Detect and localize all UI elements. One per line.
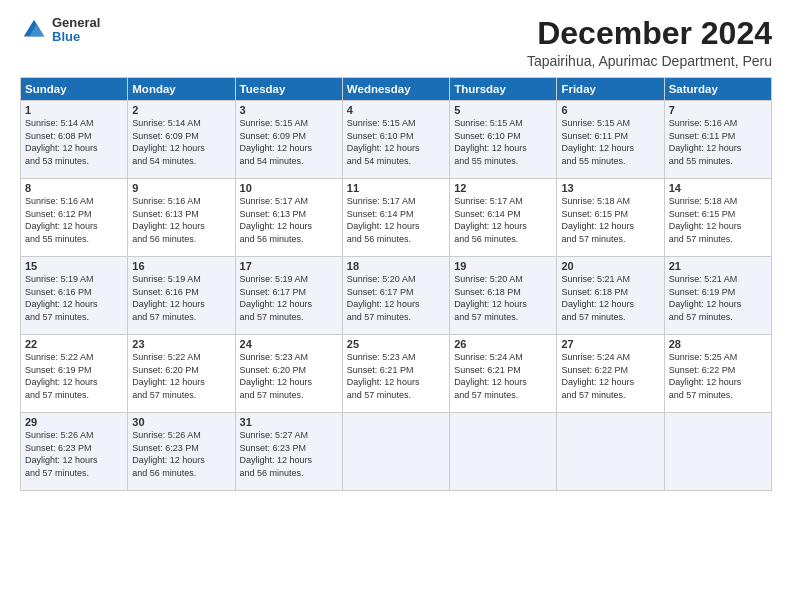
col-friday: Friday	[557, 78, 664, 101]
day-info: Sunrise: 5:14 AM Sunset: 6:08 PM Dayligh…	[25, 117, 123, 167]
day-info: Sunrise: 5:25 AM Sunset: 6:22 PM Dayligh…	[669, 351, 767, 401]
calendar-week-row: 8Sunrise: 5:16 AM Sunset: 6:12 PM Daylig…	[21, 179, 772, 257]
day-info: Sunrise: 5:23 AM Sunset: 6:21 PM Dayligh…	[347, 351, 445, 401]
day-info: Sunrise: 5:26 AM Sunset: 6:23 PM Dayligh…	[25, 429, 123, 479]
day-info: Sunrise: 5:16 AM Sunset: 6:11 PM Dayligh…	[669, 117, 767, 167]
day-info: Sunrise: 5:17 AM Sunset: 6:14 PM Dayligh…	[454, 195, 552, 245]
day-info: Sunrise: 5:15 AM Sunset: 6:10 PM Dayligh…	[347, 117, 445, 167]
calendar-cell: 19Sunrise: 5:20 AM Sunset: 6:18 PM Dayli…	[450, 257, 557, 335]
calendar-cell: 24Sunrise: 5:23 AM Sunset: 6:20 PM Dayli…	[235, 335, 342, 413]
logo: General Blue	[20, 16, 100, 45]
day-info: Sunrise: 5:17 AM Sunset: 6:14 PM Dayligh…	[347, 195, 445, 245]
calendar-table: Sunday Monday Tuesday Wednesday Thursday…	[20, 77, 772, 491]
calendar-cell: 9Sunrise: 5:16 AM Sunset: 6:13 PM Daylig…	[128, 179, 235, 257]
logo-blue-text: Blue	[52, 30, 100, 44]
day-number: 11	[347, 182, 445, 194]
day-number: 18	[347, 260, 445, 272]
page-container: General Blue December 2024 Tapairihua, A…	[0, 0, 792, 501]
calendar-week-row: 22Sunrise: 5:22 AM Sunset: 6:19 PM Dayli…	[21, 335, 772, 413]
day-number: 31	[240, 416, 338, 428]
day-info: Sunrise: 5:23 AM Sunset: 6:20 PM Dayligh…	[240, 351, 338, 401]
calendar-cell: 20Sunrise: 5:21 AM Sunset: 6:18 PM Dayli…	[557, 257, 664, 335]
day-info: Sunrise: 5:18 AM Sunset: 6:15 PM Dayligh…	[561, 195, 659, 245]
calendar-cell: 7Sunrise: 5:16 AM Sunset: 6:11 PM Daylig…	[664, 101, 771, 179]
calendar-cell: 2Sunrise: 5:14 AM Sunset: 6:09 PM Daylig…	[128, 101, 235, 179]
day-number: 25	[347, 338, 445, 350]
day-info: Sunrise: 5:21 AM Sunset: 6:19 PM Dayligh…	[669, 273, 767, 323]
day-number: 27	[561, 338, 659, 350]
calendar-cell: 8Sunrise: 5:16 AM Sunset: 6:12 PM Daylig…	[21, 179, 128, 257]
day-number: 21	[669, 260, 767, 272]
day-number: 15	[25, 260, 123, 272]
col-thursday: Thursday	[450, 78, 557, 101]
day-number: 19	[454, 260, 552, 272]
calendar-cell: 27Sunrise: 5:24 AM Sunset: 6:22 PM Dayli…	[557, 335, 664, 413]
month-title: December 2024	[527, 16, 772, 51]
day-info: Sunrise: 5:20 AM Sunset: 6:18 PM Dayligh…	[454, 273, 552, 323]
day-number: 28	[669, 338, 767, 350]
day-info: Sunrise: 5:20 AM Sunset: 6:17 PM Dayligh…	[347, 273, 445, 323]
col-wednesday: Wednesday	[342, 78, 449, 101]
calendar-cell: 29Sunrise: 5:26 AM Sunset: 6:23 PM Dayli…	[21, 413, 128, 491]
day-number: 26	[454, 338, 552, 350]
calendar-cell: 4Sunrise: 5:15 AM Sunset: 6:10 PM Daylig…	[342, 101, 449, 179]
day-info: Sunrise: 5:18 AM Sunset: 6:15 PM Dayligh…	[669, 195, 767, 245]
calendar-week-row: 29Sunrise: 5:26 AM Sunset: 6:23 PM Dayli…	[21, 413, 772, 491]
day-number: 16	[132, 260, 230, 272]
calendar-cell	[342, 413, 449, 491]
day-info: Sunrise: 5:14 AM Sunset: 6:09 PM Dayligh…	[132, 117, 230, 167]
logo-general-text: General	[52, 16, 100, 30]
calendar-cell: 18Sunrise: 5:20 AM Sunset: 6:17 PM Dayli…	[342, 257, 449, 335]
calendar-cell: 31Sunrise: 5:27 AM Sunset: 6:23 PM Dayli…	[235, 413, 342, 491]
day-info: Sunrise: 5:24 AM Sunset: 6:21 PM Dayligh…	[454, 351, 552, 401]
calendar-cell: 17Sunrise: 5:19 AM Sunset: 6:17 PM Dayli…	[235, 257, 342, 335]
day-info: Sunrise: 5:22 AM Sunset: 6:20 PM Dayligh…	[132, 351, 230, 401]
day-info: Sunrise: 5:17 AM Sunset: 6:13 PM Dayligh…	[240, 195, 338, 245]
col-tuesday: Tuesday	[235, 78, 342, 101]
calendar-week-row: 15Sunrise: 5:19 AM Sunset: 6:16 PM Dayli…	[21, 257, 772, 335]
day-number: 10	[240, 182, 338, 194]
day-number: 1	[25, 104, 123, 116]
calendar-cell: 1Sunrise: 5:14 AM Sunset: 6:08 PM Daylig…	[21, 101, 128, 179]
calendar-cell: 11Sunrise: 5:17 AM Sunset: 6:14 PM Dayli…	[342, 179, 449, 257]
calendar-cell: 21Sunrise: 5:21 AM Sunset: 6:19 PM Dayli…	[664, 257, 771, 335]
day-info: Sunrise: 5:15 AM Sunset: 6:10 PM Dayligh…	[454, 117, 552, 167]
day-info: Sunrise: 5:19 AM Sunset: 6:17 PM Dayligh…	[240, 273, 338, 323]
day-info: Sunrise: 5:16 AM Sunset: 6:13 PM Dayligh…	[132, 195, 230, 245]
calendar-cell: 25Sunrise: 5:23 AM Sunset: 6:21 PM Dayli…	[342, 335, 449, 413]
day-number: 5	[454, 104, 552, 116]
day-number: 20	[561, 260, 659, 272]
logo-text: General Blue	[52, 16, 100, 45]
calendar-cell: 10Sunrise: 5:17 AM Sunset: 6:13 PM Dayli…	[235, 179, 342, 257]
day-number: 3	[240, 104, 338, 116]
day-info: Sunrise: 5:22 AM Sunset: 6:19 PM Dayligh…	[25, 351, 123, 401]
day-info: Sunrise: 5:15 AM Sunset: 6:09 PM Dayligh…	[240, 117, 338, 167]
day-number: 12	[454, 182, 552, 194]
day-number: 4	[347, 104, 445, 116]
day-number: 6	[561, 104, 659, 116]
calendar-cell: 12Sunrise: 5:17 AM Sunset: 6:14 PM Dayli…	[450, 179, 557, 257]
day-info: Sunrise: 5:15 AM Sunset: 6:11 PM Dayligh…	[561, 117, 659, 167]
day-number: 8	[25, 182, 123, 194]
day-number: 22	[25, 338, 123, 350]
calendar-cell: 6Sunrise: 5:15 AM Sunset: 6:11 PM Daylig…	[557, 101, 664, 179]
location-subtitle: Tapairihua, Apurimac Department, Peru	[527, 53, 772, 69]
calendar-cell: 3Sunrise: 5:15 AM Sunset: 6:09 PM Daylig…	[235, 101, 342, 179]
day-number: 13	[561, 182, 659, 194]
calendar-cell: 16Sunrise: 5:19 AM Sunset: 6:16 PM Dayli…	[128, 257, 235, 335]
day-number: 30	[132, 416, 230, 428]
day-number: 7	[669, 104, 767, 116]
day-info: Sunrise: 5:24 AM Sunset: 6:22 PM Dayligh…	[561, 351, 659, 401]
day-info: Sunrise: 5:27 AM Sunset: 6:23 PM Dayligh…	[240, 429, 338, 479]
calendar-cell: 14Sunrise: 5:18 AM Sunset: 6:15 PM Dayli…	[664, 179, 771, 257]
col-monday: Monday	[128, 78, 235, 101]
calendar-cell	[450, 413, 557, 491]
col-saturday: Saturday	[664, 78, 771, 101]
day-number: 29	[25, 416, 123, 428]
calendar-cell: 26Sunrise: 5:24 AM Sunset: 6:21 PM Dayli…	[450, 335, 557, 413]
day-number: 14	[669, 182, 767, 194]
calendar-cell: 23Sunrise: 5:22 AM Sunset: 6:20 PM Dayli…	[128, 335, 235, 413]
title-block: December 2024 Tapairihua, Apurimac Depar…	[527, 16, 772, 69]
calendar-cell	[664, 413, 771, 491]
day-info: Sunrise: 5:19 AM Sunset: 6:16 PM Dayligh…	[132, 273, 230, 323]
